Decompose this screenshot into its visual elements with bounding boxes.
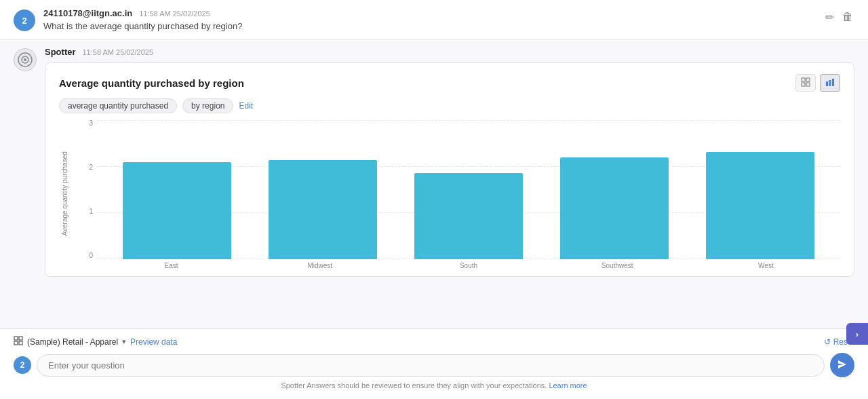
spotter-timestamp: 11:58 AM 25/02/2025 (83, 48, 154, 56)
send-button[interactable] (830, 353, 854, 377)
y-tick-1: 1 (89, 208, 93, 215)
x-axis: EastMidwestSouthSouthwestWest (97, 259, 840, 269)
bars-container (97, 120, 840, 259)
spotter-content: Spotter 11:58 AM 25/02/2025 Average quan… (45, 47, 854, 282)
chart-view-icons (795, 74, 840, 92)
spotter-response: Spotter 11:58 AM 25/02/2025 Average quan… (0, 40, 868, 328)
svg-rect-12 (14, 341, 18, 345)
user-timestamp: 11:58 AM 25/02/2025 (139, 10, 210, 18)
svg-rect-10 (14, 337, 18, 340)
user-email: 24110178@iitgn.ac.in (43, 8, 132, 18)
reset-icon: ↺ (824, 337, 831, 347)
spotter-logo-icon (18, 52, 33, 67)
bottom-bar: (Sample) Retail - Apparel ▾ Preview data… (0, 328, 868, 399)
y-tick-3: 3 (89, 120, 93, 127)
edit-icon[interactable]: ✏ (824, 10, 835, 25)
tag-avg-qty: average quantity purchased (59, 98, 177, 113)
bar-group-south (395, 120, 541, 259)
spotter-avatar (14, 48, 37, 71)
question-input[interactable] (37, 354, 825, 377)
chart-view-icon (825, 77, 835, 89)
svg-point-2 (24, 58, 26, 61)
disclaimer: Spotter Answers should be reviewed to en… (14, 381, 854, 392)
preview-data-link[interactable]: Preview data (130, 337, 177, 347)
chart-card: Average quantity purchased by region (45, 62, 854, 277)
bar-group-west (688, 120, 833, 259)
table-view-icon (801, 77, 810, 89)
y-tick-2: 2 (89, 164, 93, 171)
bar-group-midwest (250, 120, 395, 259)
x-label-east: East (97, 262, 245, 269)
floating-side-button[interactable]: › (846, 323, 868, 345)
x-label-midwest: Midwest (245, 262, 394, 269)
datasource-name: (Sample) Retail - Apparel (27, 337, 118, 347)
chart-tags: average quantity purchased by region Edi… (59, 98, 840, 113)
svg-rect-8 (829, 80, 831, 86)
floating-icon: › (856, 329, 859, 339)
chart-title: Average quantity purchased by region (59, 77, 244, 89)
bar-group-east (104, 120, 250, 259)
bar-east (123, 162, 231, 260)
user-message: 2 24110178@iitgn.ac.in 11:58 AM 25/02/20… (0, 0, 868, 40)
x-label-south: South (394, 262, 542, 269)
svg-rect-6 (806, 83, 810, 86)
svg-rect-13 (19, 341, 22, 345)
chart-view-button[interactable] (820, 74, 840, 92)
chart-plot: 3 2 1 0 (73, 120, 840, 259)
chart-inner: 3 2 1 0 (73, 120, 840, 269)
svg-rect-7 (826, 81, 828, 86)
bar-southwest (560, 157, 669, 259)
y-axis-label: Average quantity purchased (61, 154, 68, 235)
user-avatar: 2 (14, 10, 35, 31)
disclaimer-text: Spotter Answers should be reviewed to en… (281, 381, 547, 390)
edit-chart-link[interactable]: Edit (239, 101, 253, 111)
input-number-badge: 2 (14, 356, 31, 374)
spotter-header: Spotter 11:58 AM 25/02/2025 (45, 47, 854, 57)
tag-by-region: by region (182, 98, 233, 113)
user-message-header: 24110178@iitgn.ac.in 11:58 AM 25/02/2025 (43, 8, 854, 18)
svg-rect-11 (19, 337, 22, 340)
delete-icon[interactable]: 🗑 (841, 10, 854, 25)
chart-card-header: Average quantity purchased by region (59, 74, 840, 92)
bar-south (414, 173, 523, 259)
svg-rect-4 (806, 78, 810, 81)
x-label-southwest: Southwest (543, 262, 692, 269)
spotter-name: Spotter (45, 47, 76, 57)
user-question-text: What is the average quantity purchased b… (43, 21, 854, 31)
svg-rect-3 (802, 78, 805, 81)
bar-west (706, 152, 814, 259)
input-row: 2 (14, 353, 854, 377)
x-label-west: West (692, 262, 840, 269)
bar-group-southwest (542, 120, 688, 259)
bar-midwest (269, 160, 377, 259)
datasource-icon (14, 336, 23, 347)
user-message-content: 24110178@iitgn.ac.in 11:58 AM 25/02/2025… (43, 8, 854, 31)
learn-more-link[interactable]: Learn more (549, 381, 587, 390)
chart-area: Average quantity purchased 3 2 1 0 (59, 120, 840, 269)
y-tick-0: 0 (89, 252, 93, 259)
svg-rect-5 (802, 83, 805, 86)
y-ticks: 3 2 1 0 (73, 120, 97, 259)
datasource-row: (Sample) Retail - Apparel ▾ Preview data… (14, 336, 854, 347)
y-axis-label-container: Average quantity purchased (59, 120, 70, 269)
datasource-chevron-icon[interactable]: ▾ (122, 337, 126, 346)
table-view-button[interactable] (795, 74, 816, 92)
svg-rect-9 (832, 79, 834, 86)
message-actions: ✏ 🗑 (824, 10, 854, 25)
datasource-left: (Sample) Retail - Apparel ▾ Preview data (14, 336, 177, 347)
send-icon (837, 359, 848, 372)
